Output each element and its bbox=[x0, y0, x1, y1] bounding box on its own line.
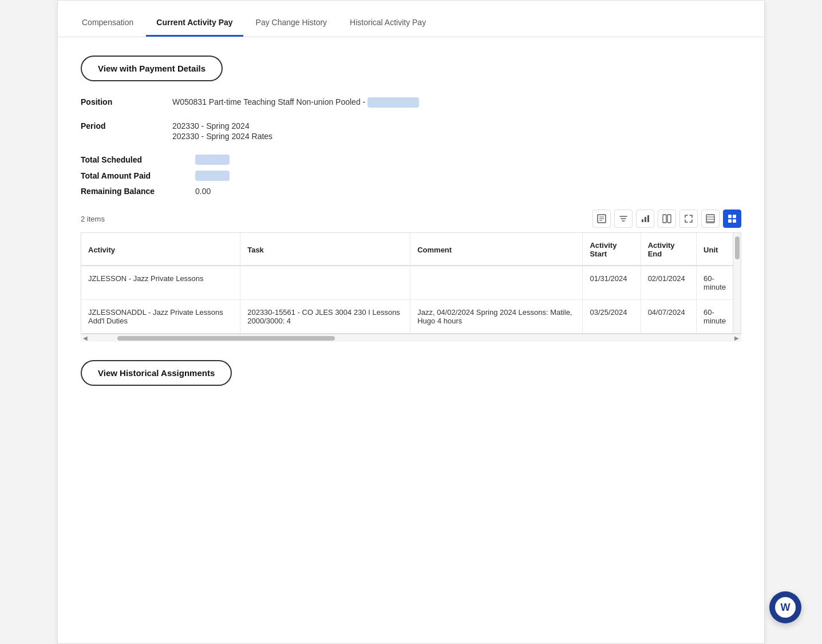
content-area: View with Payment Details Position W0508… bbox=[58, 37, 764, 425]
cell-activity-start-2: 03/25/2024 bbox=[583, 300, 641, 334]
total-scheduled-label: Total Scheduled bbox=[81, 155, 195, 164]
vertical-scroll-thumb bbox=[735, 236, 740, 259]
items-count: 2 items bbox=[81, 215, 105, 223]
svg-rect-8 bbox=[733, 215, 736, 218]
period-section: Period 202330 - Spring 2024 202330 - Spr… bbox=[81, 121, 741, 141]
svg-rect-7 bbox=[728, 215, 732, 218]
svg-rect-10 bbox=[733, 219, 736, 223]
tab-compensation[interactable]: Compensation bbox=[72, 18, 144, 37]
table-meta-row: 2 items bbox=[81, 210, 741, 228]
scroll-left-arrow[interactable]: ◀ bbox=[83, 335, 88, 341]
tab-pay-change-history[interactable]: Pay Change History bbox=[246, 18, 338, 37]
total-amount-paid-row: Total Amount Paid bbox=[81, 171, 741, 181]
cell-comment-1 bbox=[410, 266, 583, 300]
period-line1: 202330 - Spring 2024 bbox=[172, 121, 272, 131]
position-redacted bbox=[367, 97, 419, 108]
col-comment: Comment bbox=[410, 233, 583, 266]
table-row: JZLESSON - Jazz Private Lessons 01/31/20… bbox=[81, 266, 741, 300]
total-amount-paid-value bbox=[195, 171, 230, 181]
svg-rect-5 bbox=[667, 215, 671, 223]
total-scheduled-row: Total Scheduled bbox=[81, 155, 741, 165]
tabs-bar: Compensation Current Activity Pay Pay Ch… bbox=[58, 1, 764, 37]
fullscreen-icon[interactable] bbox=[679, 210, 698, 228]
list-view-icon[interactable] bbox=[701, 210, 720, 228]
table-row: JZLESSONADDL - Jazz Private Lessons Add'… bbox=[81, 300, 741, 334]
svg-rect-9 bbox=[728, 219, 732, 223]
svg-rect-2 bbox=[645, 217, 646, 222]
period-row: Period 202330 - Spring 2024 202330 - Spr… bbox=[81, 121, 741, 141]
remaining-balance-row: Remaining Balance 0.00 bbox=[81, 187, 741, 196]
total-scheduled-value bbox=[195, 155, 230, 165]
period-label: Period bbox=[81, 121, 172, 131]
col-activity-start: Activity Start bbox=[583, 233, 641, 266]
cell-activity-1: JZLESSON - Jazz Private Lessons bbox=[81, 266, 240, 300]
filter-icon[interactable] bbox=[614, 210, 633, 228]
cell-activity-end-2: 04/07/2024 bbox=[641, 300, 696, 334]
remaining-balance-value: 0.00 bbox=[195, 187, 211, 196]
horizontal-scrollbar[interactable]: ◀ ▶ bbox=[81, 334, 741, 342]
svg-rect-3 bbox=[647, 215, 649, 222]
remaining-balance-label: Remaining Balance bbox=[81, 187, 195, 196]
cell-activity-end-1: 02/01/2024 bbox=[641, 266, 696, 300]
total-amount-paid-label: Total Amount Paid bbox=[81, 171, 195, 180]
position-value: W050831 Part-time Teaching Staff Non-uni… bbox=[172, 97, 419, 108]
col-activity-end: Activity End bbox=[641, 233, 696, 266]
col-activity: Activity bbox=[81, 233, 240, 266]
export-icon[interactable] bbox=[592, 210, 611, 228]
cell-task-1 bbox=[240, 266, 410, 300]
workday-logo: W bbox=[775, 597, 796, 618]
position-section: Position W050831 Part-time Teaching Staf… bbox=[81, 97, 741, 108]
grid-view-icon[interactable] bbox=[723, 210, 741, 228]
table-header-row: Activity Task Comment Activity Start Act… bbox=[81, 233, 741, 266]
data-table-wrapper: Activity Task Comment Activity Start Act… bbox=[81, 232, 741, 334]
position-label: Position bbox=[81, 97, 172, 106]
columns-icon[interactable] bbox=[658, 210, 676, 228]
scroll-thumb bbox=[117, 336, 335, 341]
period-line2: 202330 - Spring 2024 Rates bbox=[172, 132, 272, 141]
vertical-scrollbar[interactable] bbox=[733, 233, 741, 333]
chart-icon[interactable] bbox=[636, 210, 654, 228]
tab-current-activity-pay[interactable]: Current Activity Pay bbox=[146, 18, 243, 37]
svg-rect-1 bbox=[642, 219, 643, 222]
position-row: Position W050831 Part-time Teaching Staf… bbox=[81, 97, 741, 108]
workday-fab[interactable]: W bbox=[769, 591, 801, 623]
col-task: Task bbox=[240, 233, 410, 266]
cell-task-2: 202330-15561 - CO JLES 3004 230 I Lesson… bbox=[240, 300, 410, 334]
toolbar-icons bbox=[592, 210, 741, 228]
cell-activity-start-1: 01/31/2024 bbox=[583, 266, 641, 300]
svg-rect-4 bbox=[663, 215, 666, 223]
scroll-right-arrow[interactable]: ▶ bbox=[734, 335, 739, 341]
table-section: 2 items bbox=[81, 210, 741, 342]
stats-section: Total Scheduled Total Amount Paid Remain… bbox=[81, 155, 741, 196]
data-table: Activity Task Comment Activity Start Act… bbox=[81, 233, 741, 333]
cell-comment-2: Jazz, 04/02/2024 Spring 2024 Lessons: Ma… bbox=[410, 300, 583, 334]
cell-activity-2: JZLESSONADDL - Jazz Private Lessons Add'… bbox=[81, 300, 240, 334]
period-values: 202330 - Spring 2024 202330 - Spring 202… bbox=[172, 121, 272, 141]
view-historical-assignments-button[interactable]: View Historical Assignments bbox=[81, 360, 232, 386]
tab-historical-activity-pay[interactable]: Historical Activity Pay bbox=[339, 18, 436, 37]
view-payment-details-button[interactable]: View with Payment Details bbox=[81, 56, 223, 81]
